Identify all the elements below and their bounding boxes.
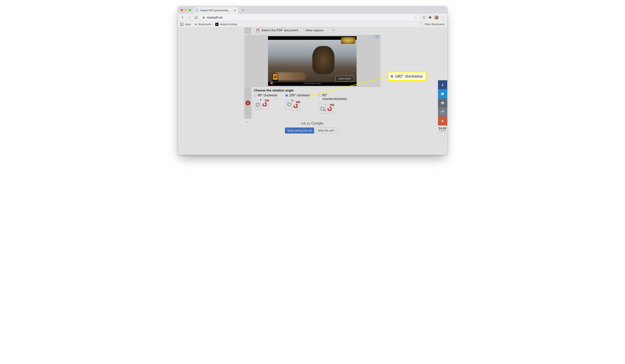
share-column: + 24.2K SHARES <box>438 80 447 132</box>
ad-back-icon[interactable]: ← <box>246 120 249 124</box>
close-ad-icon[interactable]: ✕ <box>377 35 379 38</box>
address-bar[interactable]: rotatepdf.net ☆ <box>200 14 419 20</box>
ad-banner: ▷ ✕ 12 www.pegi.info 🔇 Not actual game f… <box>244 35 380 87</box>
progress-icon[interactable] <box>422 16 426 19</box>
close-window-icon[interactable] <box>181 9 183 11</box>
choose-heading: Choose the rotation angle <box>254 89 380 92</box>
favicon-icon <box>195 9 199 12</box>
reload-button[interactable] <box>193 15 199 20</box>
fullscreen-window-icon[interactable] <box>189 9 191 11</box>
footage-note: Not actual game footage <box>268 83 357 84</box>
share-label: SHARES <box>438 130 447 132</box>
pegi-rating: 12 <box>272 73 278 80</box>
option-180cw: 180° clockwise ↷ PDF <box>285 93 311 114</box>
other-bookmarks-shortcut[interactable]: Other Bookmarks <box>420 23 445 26</box>
pdf-file-icon <box>256 28 260 32</box>
radio-90cw[interactable]: 90° clockwise <box>254 93 277 97</box>
close-tab-icon[interactable]: ✕ <box>233 9 237 12</box>
star-icon: ★ <box>194 23 197 26</box>
tab-strip: Rotate PDF permanently, online ✕ + <box>178 6 447 14</box>
callout-radio <box>390 75 393 78</box>
wow-logo-icon <box>341 37 356 44</box>
learn-more-button[interactable]: Learn more <box>336 76 354 82</box>
share-facebook-button[interactable] <box>438 80 447 89</box>
radio-180cw-input[interactable] <box>285 94 288 97</box>
window-controls <box>181 9 191 11</box>
apps-shortcut[interactable]: Apps <box>180 23 191 26</box>
select-pdf-label: Select the PDF document <box>261 28 298 32</box>
share-twitter-button[interactable] <box>438 89 447 98</box>
acrobat-icon: A <box>215 23 219 26</box>
radio-180cw[interactable]: 180° clockwise <box>285 93 311 97</box>
radio-180cw-label: 180° clockwise <box>289 93 311 97</box>
share-more-button[interactable]: + <box>438 116 447 125</box>
radio-90cw-label: 90° clockwise <box>258 93 277 97</box>
why-this-ad-button[interactable]: Why this ad?▷ <box>315 128 340 134</box>
share-count: 24.2K <box>438 127 447 130</box>
extensions-icon[interactable] <box>428 16 432 19</box>
bookmarks-label: Bookmarks <box>198 23 212 26</box>
forward-button[interactable] <box>187 15 192 20</box>
radio-90ccw-label: 90° counterclockwise <box>322 93 349 101</box>
option-90cw: 90° clockwise ↻ PDF <box>254 93 277 114</box>
option-90ccw: 90° counterclockwise ↺ PDF <box>318 93 349 114</box>
apps-icon <box>180 23 184 26</box>
share-email-button[interactable] <box>438 107 447 116</box>
minimize-window-icon[interactable] <box>185 9 187 11</box>
stop-seeing-ad-button[interactable]: Stop seeing this ad <box>285 128 314 134</box>
bookmarks-bar: Apps ★ Bookmarks A Adobe Acrobat Other B… <box>178 21 447 27</box>
step2-block: 2 Choose the rotation angle 90° clockwis… <box>244 87 380 119</box>
back-button[interactable] <box>180 15 186 20</box>
adobe-label: Adobe Acrobat <box>220 23 237 26</box>
folder-icon <box>420 23 423 26</box>
step-number-badge: 2 <box>246 101 250 105</box>
avatar-icon[interactable] <box>434 15 439 20</box>
lock-icon <box>202 16 205 19</box>
step1-row: Select the PDF document Other options <box>244 27 380 34</box>
google-ad-footer: ← Ads by Google Stop seeing this ad Why … <box>244 119 380 155</box>
other-options-select[interactable]: Other options <box>303 27 335 33</box>
radio-90ccw[interactable]: 90° counterclockwise <box>318 93 349 101</box>
adobe-acrobat-shortcut[interactable]: A Adobe Acrobat <box>215 23 237 26</box>
other-bookmarks-label: Other Bookmarks <box>424 23 445 26</box>
radio-90ccw-input[interactable] <box>318 94 321 97</box>
ads-by-line: Ads by Google <box>244 119 380 125</box>
adchoices-small-icon: ▷ <box>336 130 337 132</box>
new-tab-button[interactable]: + <box>240 7 246 13</box>
callout-label: 180° clockwise <box>395 74 423 79</box>
tab-title: Rotate PDF permanently, online <box>200 9 232 12</box>
other-options-label: Other options <box>305 28 323 32</box>
apps-label: Apps <box>185 23 191 26</box>
browser-toolbar: rotatepdf.net ☆ ⋮ <box>178 14 447 21</box>
menu-icon[interactable]: ⋮ <box>441 16 445 19</box>
ad-video[interactable]: 12 www.pegi.info 🔇 Not actual game foota… <box>268 36 357 86</box>
page-viewport: Select the PDF document Other options ▷ … <box>178 27 447 155</box>
address-text: rotatepdf.net <box>207 16 222 19</box>
adchoices-icon[interactable]: ▷ <box>374 35 377 38</box>
share-print-button[interactable] <box>438 98 447 107</box>
browser-tab[interactable]: Rotate PDF permanently, online ✕ <box>194 7 238 14</box>
browser-window: Rotate PDF permanently, online ✕ + rotat… <box>178 6 447 155</box>
bookmarks-shortcut[interactable]: ★ Bookmarks <box>194 23 212 26</box>
bookmark-star-icon[interactable]: ☆ <box>414 16 417 19</box>
select-pdf-button[interactable]: Select the PDF document <box>254 27 301 33</box>
callout-highlight: 180° clockwise <box>388 72 426 81</box>
radio-90cw-input[interactable] <box>254 94 256 97</box>
